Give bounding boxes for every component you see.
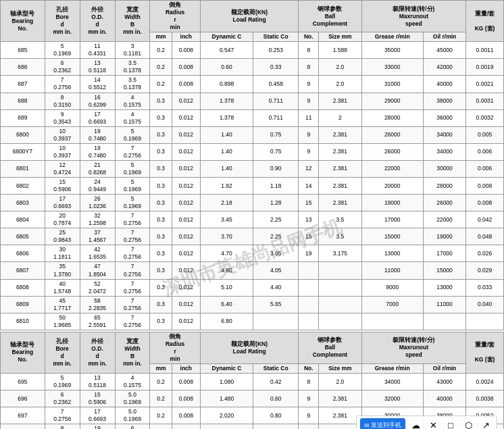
col2-grease: Grease r/min	[361, 364, 423, 374]
table-row: 6888 0.315016 0.62994 0.15750.30.0121.37…	[1, 93, 504, 109]
col2-r-inch: inch	[172, 364, 200, 374]
table-row: 680420 0.787432 1.25987 0.27560.30.0123.…	[1, 211, 504, 228]
col-r-inch: inch	[172, 32, 200, 42]
col2-static: Static Co	[253, 364, 299, 374]
table-row: 680735 1.378047 1.85047 0.27560.30.0124.…	[1, 262, 504, 279]
col-speed: 极限转速(转/分)Maxrunoutspeed	[361, 1, 466, 32]
col-ball-size: Size mm	[319, 32, 361, 42]
col-dynamic: Dynamic C	[200, 32, 253, 42]
col2-oil: Oil r/min	[423, 364, 465, 374]
send-label: 发送到手机	[371, 421, 401, 429]
col-width: 宽度WidthBmm in.	[115, 1, 150, 42]
table-row: 680317 0.669326 1.02365 0.19690.30.0122.…	[1, 195, 504, 211]
col-load: 额定载荷(KN)Load Rating	[200, 1, 298, 32]
col-grease: Grease r/min	[361, 32, 423, 42]
col2-od: 外径O.D.dmm in.	[80, 332, 115, 373]
col2-ball-no: No.	[299, 364, 319, 374]
col-r-mm: mm	[150, 32, 172, 42]
col-oil: Oil r/min	[423, 32, 465, 42]
bearing-table-2: 轴承型号BearingNo. 孔径Boredmm in. 外径O.D.dmm i…	[0, 332, 504, 429]
send-to-phone-button[interactable]: ✉ 发送到手机	[360, 418, 405, 429]
table-row: 680215 0.590624 0.94495 0.19690.30.0121.…	[1, 177, 504, 194]
table-row: 680112 0.472421 0.82685 0.19690.30.0121.…	[1, 160, 504, 177]
col2-load: 额定载荷(KN)Load Rating	[200, 332, 298, 363]
col2-weight: 重量/套KG (套)	[466, 332, 504, 373]
col-static: Static Co	[253, 32, 299, 42]
table-row: 680945 1.771758 2.28357 0.27560.30.0126.…	[1, 296, 504, 313]
table-row: 680010 0.393719 0.74805 0.19690.30.0121.…	[1, 126, 504, 143]
table-row: 6855 0.196911 0.43313 0.11810.20.0080.54…	[1, 42, 504, 59]
col2-r-mm: mm	[150, 364, 172, 374]
col-weight: 重量/套KG (套)	[466, 1, 504, 42]
close-icon[interactable]: ✕	[426, 418, 440, 429]
table-row: 680525 0.984337 1.45677 0.27560.30.0123.…	[1, 228, 504, 245]
table-row: 6899 0.354317 0.66934 0.15750.30.0121.37…	[1, 109, 504, 126]
page-wrapper: 深圳市英雄尚品网手机 轴承型号BearingNo. 孔径Boredmm in. …	[0, 0, 504, 429]
col2-radius: 倒角Radiusrmin	[150, 332, 200, 363]
col2-bearing-no: 轴承型号BearingNo.	[1, 332, 45, 373]
table-row: 680840 1.574852 2.04727 0.27560.30.0125.…	[1, 279, 504, 296]
col-ball: 钢球参数BallComplement	[299, 1, 361, 32]
table-row: 6877 0.275614 0.55123.5 0.13780.20.0080.…	[1, 76, 504, 93]
bearing-table-1: 轴承型号BearingNo. 孔径Boredmm in. 外径O.D.dmm i…	[0, 0, 504, 330]
send-icon: ✉	[364, 422, 370, 429]
col-od: 外径O.D.dmm in.	[80, 1, 115, 42]
col2-width: 宽度WidthBmm in.	[115, 332, 150, 373]
toolbar: ✉ 发送到手机 ☁ ✕ □ ⬡ ↗	[356, 415, 497, 429]
share-icon[interactable]: ⬡	[461, 418, 476, 429]
table-row: 6866 0.236213 0.51183.5 0.13780.20.0080.…	[1, 59, 504, 76]
table-row: 680630 1.181142 1.65357 0.27560.30.0124.…	[1, 245, 504, 262]
col-ball-no: No.	[299, 32, 319, 42]
col2-ball: 钢球参数BallComplement	[299, 332, 361, 363]
table-row: 681050 1.968565 2.55917 0.27560.30.0126.…	[1, 313, 504, 330]
table-row: 6800Y710 0.393719 0.74807 0.27560.30.012…	[1, 143, 504, 160]
col-radius: 倒角Radiusrmin	[150, 1, 200, 32]
col-bearing-no: 轴承型号BearingNo.	[1, 1, 45, 42]
col2-ball-size: Size mm	[319, 364, 361, 374]
col2-dynamic: Dynamic C	[200, 364, 253, 374]
copy-icon[interactable]: □	[443, 418, 458, 429]
export-icon[interactable]: ↗	[478, 418, 493, 429]
col2-speed: 极限转速(转/分)Maxrunoutspeed	[361, 332, 466, 363]
col2-bore: 孔径Boredmm in.	[45, 332, 80, 373]
table-row: 6955 0.196913 0.51184 0.15750.20.0081.08…	[1, 374, 504, 390]
col-bore: 孔径Boredmm in.	[45, 1, 80, 42]
table-row: 6966 0.236215 0.59065.0 0.19690.20.0081.…	[1, 390, 504, 407]
cloud-icon[interactable]: ☁	[408, 418, 423, 429]
